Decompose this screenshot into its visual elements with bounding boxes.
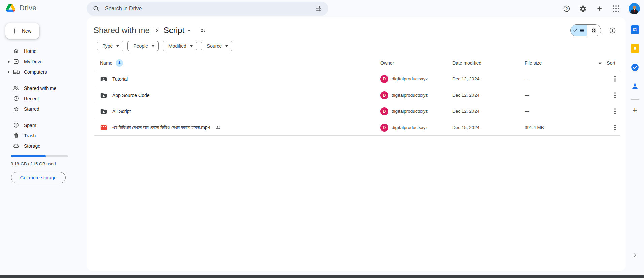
storage-usage-text: 9.18 GB of 15 GB used: [11, 161, 87, 166]
sidebar-item-computers[interactable]: Computers: [0, 67, 87, 77]
filter-chip-people[interactable]: People: [127, 41, 159, 51]
app-title: Drive: [19, 4, 36, 12]
settings-gear-icon[interactable]: [579, 5, 587, 13]
contacts-icon[interactable]: [631, 82, 639, 90]
table-row[interactable]: App Source Code D digitalproductsxyz Dec…: [94, 87, 620, 103]
help-icon[interactable]: ?: [563, 5, 571, 13]
drive-logo[interactable]: Drive: [6, 4, 36, 12]
breadcrumb-current-label: Script: [164, 26, 184, 35]
sidebar: New Home My Drive Computers: [0, 17, 87, 183]
breadcrumb-parent[interactable]: Shared with me: [93, 26, 150, 35]
main-content: Shared with me Script: [87, 17, 626, 271]
column-header-owner: Owner: [380, 60, 452, 66]
more-options-icon[interactable]: [614, 124, 620, 131]
filter-chip-modified[interactable]: Modified: [163, 41, 197, 51]
chip-label: Modified: [168, 43, 186, 49]
search-bar[interactable]: [87, 2, 328, 16]
shared-with-me-icon: [13, 85, 20, 92]
sidebar-item-label: Trash: [24, 133, 36, 138]
sort-menu-button[interactable]: Sort: [598, 60, 620, 66]
details-info-icon[interactable]: [609, 27, 616, 34]
table-row[interactable]: এই ভিডিওটা দেখলে আর কোনো ভিডিও দেখার দরক…: [94, 119, 620, 136]
expand-side-panel-chevron-icon[interactable]: [632, 252, 638, 258]
owner-avatar: D: [380, 124, 388, 132]
cloud-storage-icon: [13, 143, 20, 149]
list-view-button[interactable]: [571, 25, 587, 36]
sidebar-item-shared-with-me[interactable]: Shared with me: [0, 83, 87, 93]
new-button-label: New: [22, 28, 31, 34]
owner-name: digitalproductsxyz: [392, 109, 428, 114]
more-options-icon[interactable]: [614, 92, 620, 99]
gemini-sparkle-icon[interactable]: [596, 5, 604, 13]
sidebar-item-my-drive[interactable]: My Drive: [0, 56, 87, 67]
column-header-size: File size: [525, 60, 590, 66]
filter-chip-type[interactable]: Type: [97, 41, 123, 51]
sort-label: Sort: [607, 60, 615, 66]
expand-arrow-icon[interactable]: [8, 60, 13, 63]
chip-label: People: [133, 43, 148, 49]
spam-icon: [13, 122, 20, 128]
google-apps-grid-icon[interactable]: [612, 5, 620, 13]
date-modified: Dec 15, 2024: [452, 125, 525, 130]
computers-icon: [13, 69, 20, 75]
sidebar-item-home[interactable]: Home: [0, 46, 87, 56]
file-name: এই ভিডিওটা দেখলে আর কোনো ভিডিও দেখার দরক…: [112, 125, 210, 130]
sidebar-item-label: Computers: [24, 69, 47, 75]
folder-members-icon[interactable]: [200, 27, 206, 34]
calendar-icon[interactable]: 31: [631, 25, 639, 34]
search-icon: [93, 5, 100, 12]
file-name: App Source Code: [112, 93, 150, 98]
storage-progress-fill: [11, 155, 46, 157]
owner-avatar: D: [380, 91, 388, 99]
file-size: —: [525, 109, 590, 114]
bottom-taskbar-edge: [0, 275, 644, 278]
file-table: Name Owner Date modified File size Sort …: [94, 55, 620, 136]
sidebar-item-recent[interactable]: Recent: [0, 93, 87, 104]
sidebar-item-label: Starred: [24, 106, 39, 112]
chevron-down-icon: [116, 45, 119, 47]
owner-avatar: D: [380, 75, 388, 83]
get-more-storage-button[interactable]: Get more storage: [11, 172, 66, 183]
topbar-actions: ?: [563, 0, 640, 17]
drive-logo-icon: [6, 4, 15, 12]
account-avatar[interactable]: [629, 3, 640, 14]
search-filters-icon[interactable]: [315, 5, 322, 12]
filter-chip-source[interactable]: Source: [201, 41, 232, 51]
shared-folder-icon: [100, 92, 107, 99]
home-icon: [13, 48, 20, 54]
new-button[interactable]: New: [5, 23, 39, 39]
more-options-icon[interactable]: [614, 75, 620, 83]
sidebar-item-label: Storage: [24, 143, 40, 149]
breadcrumb-current[interactable]: Script: [164, 26, 190, 35]
search-input[interactable]: [104, 5, 315, 12]
sidebar-item-trash[interactable]: Trash: [0, 130, 87, 141]
keep-icon[interactable]: [631, 44, 639, 53]
owner-avatar: D: [380, 107, 388, 115]
sidebar-item-storage[interactable]: Storage: [0, 141, 87, 151]
chevron-down-icon: [188, 30, 190, 31]
table-header: Name Owner Date modified File size Sort: [94, 55, 620, 71]
my-drive-icon: [13, 58, 20, 65]
sidebar-item-spam[interactable]: Spam: [0, 120, 87, 130]
sidebar-item-label: Spam: [24, 123, 36, 128]
sidebar-item-label: Recent: [24, 96, 39, 101]
more-options-icon[interactable]: [614, 108, 620, 115]
shared-folder-icon: [100, 108, 107, 115]
add-panel-app-icon[interactable]: +: [632, 106, 637, 114]
owner-name: digitalproductsxyz: [392, 125, 428, 130]
tasks-icon[interactable]: [631, 63, 639, 72]
sidebar-item-starred[interactable]: Starred: [0, 104, 87, 114]
storage-progress-bar: [11, 155, 68, 157]
file-name: All Script: [112, 109, 131, 114]
side-panel-divider: [631, 99, 639, 100]
expand-arrow-icon[interactable]: [8, 71, 13, 73]
file-name: Tutorial: [112, 76, 128, 82]
sidebar-item-label: My Drive: [24, 59, 42, 64]
date-modified: Dec 12, 2024: [452, 76, 525, 81]
column-header-name[interactable]: Name: [100, 59, 380, 67]
owner-name: digitalproductsxyz: [392, 93, 428, 98]
table-row[interactable]: All Script D digitalproductsxyz Dec 12, …: [94, 103, 620, 119]
sort-direction-icon[interactable]: [116, 59, 123, 67]
table-row[interactable]: Tutorial D digitalproductsxyz Dec 12, 20…: [94, 71, 620, 87]
grid-view-button[interactable]: [587, 25, 601, 36]
